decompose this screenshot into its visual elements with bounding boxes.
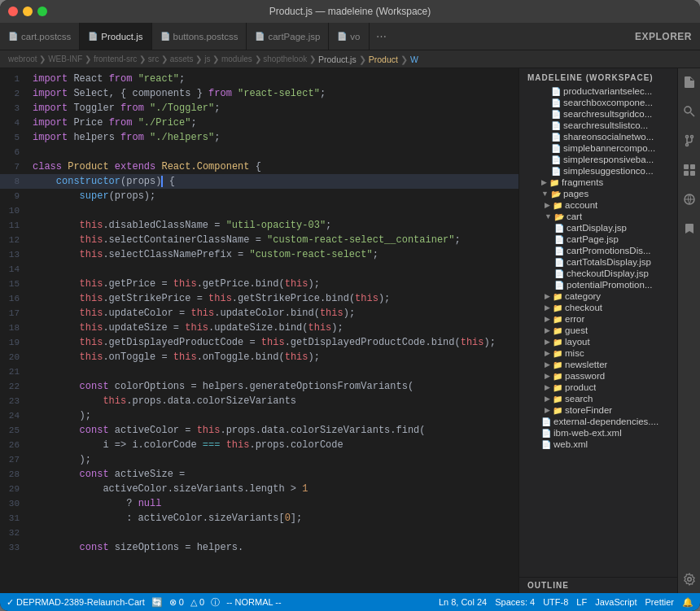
tree-item-searchresultslist[interactable]: 📄 searchresultslistco...	[519, 120, 677, 131]
tree-item-productvariant[interactable]: 📄 productvariantselec...	[519, 85, 677, 97]
code-line: 16 this.getStrikePrice = this.getStrikeP…	[0, 291, 518, 306]
code-line: 1 import React from "react";	[0, 72, 518, 86]
formatter-status[interactable]: Prettier	[645, 597, 674, 607]
breadcrumb-text: webroot ❯ WEB-INF ❯ frontend-src ❯ src ❯…	[8, 55, 316, 63]
tab-label: vo	[350, 32, 360, 41]
line-col-status[interactable]: Ln 8, Col 24	[439, 597, 487, 607]
chevron-right-icon: ▶	[545, 383, 550, 391]
code-line: 21	[0, 364, 518, 379]
git-icon[interactable]	[680, 132, 698, 150]
tree-file-carttotals[interactable]: 📄 cartTotalsDisplay.jsp	[519, 256, 677, 268]
explorer-label: EXPLORER	[635, 31, 692, 42]
file-jsp-icon: 📄	[554, 281, 564, 290]
extensions-icon[interactable]	[680, 161, 698, 179]
code-line: 13 this.selectClassNamePrefix = "custom-…	[0, 247, 518, 262]
minimize-button[interactable]	[23, 7, 33, 16]
bell-icon[interactable]: 🔔	[682, 597, 693, 608]
tree-folder-storefinder[interactable]: ▶ 📁 storeFinder	[519, 404, 677, 416]
git-branch-status[interactable]: ✓ DEPRMAD-2389-Relaunch-Cart	[7, 597, 145, 608]
language-status[interactable]: JavaScript	[595, 597, 637, 607]
folder-icon: 📁	[549, 178, 559, 187]
tree-file-cartpromotions[interactable]: 📄 cartPromotionsDis...	[519, 245, 677, 256]
tabbar: 📄 cart.postcss 📄 Product.js 📄 buttons.po…	[0, 23, 700, 50]
tree-folder-category[interactable]: ▶ 📁 category	[519, 290, 677, 302]
svg-point-2	[685, 136, 688, 138]
tree-file-potentialpromotion[interactable]: 📄 potentialPromotion...	[519, 279, 677, 290]
code-lines: 1 import React from "react"; 2 import Se…	[0, 72, 518, 555]
tree-folder-account[interactable]: ▶ 📁 account	[519, 199, 677, 211]
explorer-tab[interactable]: EXPLORER	[627, 23, 700, 50]
tree-folder-cart[interactable]: ▼ 📂 cart	[519, 211, 677, 222]
tree-item-simpleresponsive[interactable]: 📄 simpleresponsiveba...	[519, 154, 677, 165]
chevron-down-icon: ▼	[541, 190, 549, 198]
tree-folder-misc[interactable]: ▶ 📁 misc	[519, 347, 677, 359]
code-line: 32	[0, 526, 518, 540]
tree-file-cartpage[interactable]: 📄 cartPage.jsp	[519, 233, 677, 245]
tree-item-simplebanner[interactable]: 📄 simplebannercompo...	[519, 142, 677, 154]
tree-folder-search[interactable]: ▶ 📁 search	[519, 393, 677, 404]
tree-folder-newsletter[interactable]: ▶ 📁 newsletter	[519, 359, 677, 370]
files-icon[interactable]	[680, 73, 698, 91]
errors-status[interactable]: ⊗ 0	[169, 597, 184, 608]
chevron-right-icon: ▶	[545, 360, 550, 369]
encoding-status[interactable]: UTF-8	[543, 597, 568, 607]
tree-folder-pages[interactable]: ▼ 📂 pages	[519, 188, 677, 199]
tree-folder-layout[interactable]: ▶ 📁 layout	[519, 336, 677, 347]
statusbar: ✓ DEPRMAD-2389-Relaunch-Cart 🔄 ⊗ 0 △ 0 ⓘ…	[0, 593, 700, 611]
svg-rect-6	[690, 164, 695, 169]
tab-buttons-postcss[interactable]: 📄 buttons.postcss	[152, 23, 247, 50]
tree-file-webxml[interactable]: 📄 web.xml	[519, 439, 677, 450]
bookmark-icon[interactable]	[680, 220, 698, 238]
tree-file-ibmwebext[interactable]: 📄 ibm-web-ext.xml	[519, 427, 677, 439]
maximize-button[interactable]	[37, 7, 47, 16]
tree-folder-product[interactable]: ▶ 📁 product	[519, 382, 677, 393]
tree-file-checkoutdisplay[interactable]: 📄 checkoutDisplay.jsp	[519, 268, 677, 279]
breadcrumb-sep: ❯	[359, 55, 366, 64]
tree-item-shareon[interactable]: 📄 shareonsocialnetwo...	[519, 131, 677, 142]
sync-icon[interactable]: 🔄	[151, 597, 163, 608]
editor-content[interactable]: 1 import React from "react"; 2 import Se…	[0, 68, 518, 593]
code-line: 23 this.props.data.colorSizeVariants	[0, 394, 518, 408]
folder-open-icon: 📂	[551, 190, 561, 199]
file-icon: 📄	[160, 32, 170, 41]
tree-item-label: searchresultsgridco...	[563, 109, 652, 119]
tab-cartpage-jsp[interactable]: 📄 cartPage.jsp	[247, 23, 329, 50]
tree-folder-guest[interactable]: ▶ 📁 guest	[519, 325, 677, 336]
close-button[interactable]	[8, 7, 18, 16]
folder-icon: 📁	[553, 326, 562, 335]
tree-folder-fragments[interactable]: ▶ 📁 fragments	[519, 177, 677, 188]
search-icon[interactable]	[680, 103, 698, 120]
file-icon: 📄	[255, 32, 265, 41]
line-ending-status[interactable]: LF	[576, 597, 587, 607]
tree-item-searchbox[interactable]: 📄 searchboxcompone...	[519, 97, 677, 108]
code-line: 7 class Product extends React.Component …	[0, 159, 518, 174]
tree-item-searchresultsgrid[interactable]: 📄 searchresultsgridco...	[519, 108, 677, 120]
file-tree[interactable]: 📄 productvariantselec... 📄 searchboxcomp…	[519, 85, 677, 577]
spaces-status[interactable]: Spaces: 4	[495, 597, 535, 607]
tree-file-externaldeps[interactable]: 📄 external-dependencies....	[519, 416, 677, 427]
chevron-right-icon: ▶	[545, 292, 550, 300]
file-jsp-icon: 📄	[554, 224, 564, 233]
tree-item-label: cartPage.jsp	[567, 234, 619, 244]
tree-item-label: storeFinder	[565, 405, 612, 415]
tab-vo[interactable]: 📄 vo	[329, 23, 369, 50]
svg-rect-8	[690, 171, 695, 176]
warnings-status[interactable]: △ 0	[190, 597, 204, 608]
tab-cart-postcss[interactable]: 📄 cart.postcss	[0, 23, 80, 50]
more-tabs-button[interactable]: ⋯	[370, 23, 393, 50]
remote-icon[interactable]	[680, 190, 698, 208]
file-js-icon: 📄	[551, 133, 561, 142]
tab-product-js[interactable]: 📄 Product.js	[80, 23, 151, 50]
code-line: 4 import Price from "./Price";	[0, 116, 518, 130]
tree-folder-password[interactable]: ▶ 📁 password	[519, 370, 677, 382]
settings-icon[interactable]	[680, 570, 698, 588]
code-editor[interactable]: 1 import React from "react"; 2 import Se…	[0, 68, 518, 593]
tree-file-cartdisplay[interactable]: 📄 cartDisplay.jsp	[519, 222, 677, 233]
tree-folder-error[interactable]: ▶ 📁 error	[519, 313, 677, 325]
tree-folder-checkout[interactable]: ▶ 📁 checkout	[519, 302, 677, 313]
code-line: 18 this.updateSize = this.updateSize.bin…	[0, 321, 518, 335]
info-status[interactable]: ⓘ	[211, 596, 220, 609]
tree-item-label: cartTotalsDisplay.jsp	[567, 257, 651, 267]
tree-item-simplesuggestion[interactable]: 📄 simplesuggestionco...	[519, 165, 677, 177]
breadcrumb-sep2: ❯	[400, 55, 408, 64]
